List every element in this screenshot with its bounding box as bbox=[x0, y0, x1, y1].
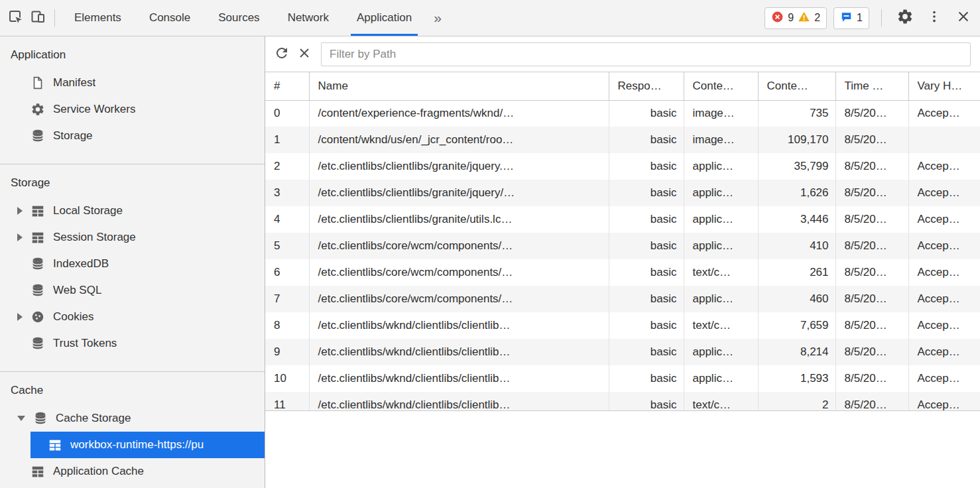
close-icon bbox=[956, 9, 971, 27]
cache-entries-table: # Name Respo… Conte… Conte… Time … Vary … bbox=[265, 72, 980, 410]
table-row[interactable]: 6 /etc.clientlibs/core/wcm/components/… … bbox=[265, 259, 980, 286]
cell-content-type: text/c… bbox=[684, 312, 758, 339]
cell-response-type: basic bbox=[609, 286, 684, 312]
kebab-menu-icon bbox=[927, 9, 942, 27]
table-row[interactable]: 10 /etc.clientlibs/wknd/clientlibs/clien… bbox=[265, 365, 980, 392]
cell-number: 4 bbox=[265, 206, 309, 233]
cell-vary-header: Accep… bbox=[908, 339, 980, 365]
cell-content-type: applic… bbox=[684, 180, 758, 206]
cell-content-type: image… bbox=[684, 127, 758, 153]
sidebar-item-indexeddb[interactable]: IndexedDB bbox=[0, 251, 265, 277]
cell-content-type: applic… bbox=[684, 286, 758, 312]
kebab-menu-button[interactable] bbox=[923, 7, 946, 29]
column-header-content-length[interactable]: Conte… bbox=[758, 72, 835, 100]
cell-name: /etc.clientlibs/clientlibs/granite/jquer… bbox=[309, 180, 609, 206]
sidebar-item-cache-storage[interactable]: Cache Storage bbox=[0, 405, 265, 432]
issues-badge[interactable]: 1 bbox=[833, 7, 869, 29]
filter-by-path-input[interactable] bbox=[321, 42, 971, 66]
sidebar-item-label: Storage bbox=[53, 129, 93, 143]
cell-number: 5 bbox=[265, 233, 309, 259]
sidebar-item-application-cache[interactable]: Application Cache bbox=[0, 458, 265, 485]
manifest-document-icon bbox=[31, 76, 45, 90]
column-header-name[interactable]: Name bbox=[309, 72, 609, 100]
sidebar-item-manifest[interactable]: Manifest bbox=[0, 70, 265, 96]
cell-time-cached: 8/5/20… bbox=[835, 180, 908, 206]
table-row[interactable]: 2 /etc.clientlibs/clientlibs/granite/jqu… bbox=[265, 153, 980, 180]
column-header-content-type[interactable]: Conte… bbox=[684, 72, 758, 100]
tab-elements[interactable]: Elements bbox=[60, 0, 135, 36]
column-header-time-cached[interactable]: Time … bbox=[835, 72, 908, 100]
cell-time-cached: 8/5/20… bbox=[835, 259, 908, 286]
settings-button[interactable] bbox=[894, 7, 916, 29]
table-row[interactable]: 5 /etc.clientlibs/core/wcm/components/… … bbox=[265, 233, 980, 259]
tab-sources[interactable]: Sources bbox=[204, 0, 273, 36]
column-header-number[interactable]: # bbox=[265, 72, 309, 100]
cell-number: 9 bbox=[265, 339, 309, 365]
table-row[interactable]: 3 /etc.clientlibs/clientlibs/granite/jqu… bbox=[265, 180, 980, 206]
cell-response-type: basic bbox=[609, 153, 684, 180]
inspect-element-button[interactable] bbox=[4, 7, 27, 29]
close-devtools-button[interactable] bbox=[952, 7, 975, 29]
tab-label: Application bbox=[357, 11, 412, 25]
cell-content-type: applic… bbox=[684, 339, 758, 365]
data-grid-icon bbox=[48, 438, 62, 452]
cell-name: /etc.clientlibs/core/wcm/components/… bbox=[309, 286, 609, 312]
chevron-down-icon[interactable] bbox=[17, 416, 25, 421]
sidebar-item-cookies[interactable]: Cookies bbox=[0, 304, 265, 330]
refresh-button[interactable] bbox=[271, 43, 293, 66]
sidebar-item-workbox-runtime-cache[interactable]: workbox-runtime-https://pu bbox=[31, 432, 265, 458]
column-header-vary-header[interactable]: Vary H… bbox=[908, 72, 980, 100]
cell-vary-header: Accep… bbox=[908, 312, 980, 339]
cell-name: /etc.clientlibs/wknd/clientlibs/clientli… bbox=[309, 392, 609, 410]
error-count: 9 bbox=[788, 13, 794, 23]
cell-number: 11 bbox=[265, 392, 309, 410]
toolbar-divider bbox=[54, 9, 55, 27]
cell-time-cached: 8/5/20… bbox=[835, 100, 908, 127]
warning-icon bbox=[798, 11, 810, 26]
cell-content-length: 410 bbox=[758, 233, 835, 259]
inspect-cursor-icon bbox=[7, 9, 23, 27]
device-toolbar-button[interactable] bbox=[27, 7, 49, 29]
gear-icon bbox=[896, 8, 914, 28]
sidebar-item-service-workers[interactable]: Service Workers bbox=[0, 96, 265, 123]
table-row[interactable]: 0 /content/experience-fragments/wknd/… b… bbox=[265, 100, 980, 127]
sidebar-item-local-storage[interactable]: Local Storage bbox=[0, 198, 265, 224]
cell-response-type: basic bbox=[609, 127, 684, 153]
cell-name: /etc.clientlibs/core/wcm/components/… bbox=[309, 233, 609, 259]
table-row[interactable]: 4 /etc.clientlibs/clientlibs/granite/uti… bbox=[265, 206, 980, 233]
table-row[interactable]: 11 /etc.clientlibs/wknd/clientlibs/clien… bbox=[265, 392, 980, 410]
table-row[interactable]: 1 /content/wknd/us/en/_jcr_content/roo… … bbox=[265, 127, 980, 153]
chevron-right-icon[interactable] bbox=[17, 233, 23, 241]
tab-network[interactable]: Network bbox=[274, 0, 343, 36]
cell-name: /etc.clientlibs/core/wcm/components/… bbox=[309, 259, 609, 286]
more-tabs-button[interactable]: » bbox=[426, 10, 450, 26]
tab-console[interactable]: Console bbox=[135, 0, 204, 36]
tab-application[interactable]: Application bbox=[343, 0, 426, 36]
sidebar-item-storage[interactable]: Storage bbox=[0, 123, 265, 149]
column-header-response-type[interactable]: Respo… bbox=[609, 72, 684, 100]
sidebar-item-session-storage[interactable]: Session Storage bbox=[0, 224, 265, 251]
cell-vary-header: Accep… bbox=[908, 392, 980, 410]
cell-content-length: 109,170 bbox=[758, 127, 835, 153]
cell-content-length: 261 bbox=[758, 259, 835, 286]
cell-content-type: applic… bbox=[684, 153, 758, 180]
chevron-right-icon[interactable] bbox=[17, 207, 23, 215]
table-row[interactable]: 9 /etc.clientlibs/wknd/clientlibs/client… bbox=[265, 339, 980, 365]
data-grid-icon bbox=[31, 204, 45, 218]
chevron-right-icon[interactable] bbox=[17, 313, 23, 321]
table-row[interactable]: 7 /etc.clientlibs/core/wcm/components/… … bbox=[265, 286, 980, 312]
sidebar-item-trust-tokens[interactable]: Trust Tokens bbox=[0, 330, 265, 357]
table-row[interactable]: 8 /etc.clientlibs/wknd/clientlibs/client… bbox=[265, 312, 980, 339]
refresh-icon bbox=[274, 45, 290, 64]
cell-content-length: 735 bbox=[758, 100, 835, 127]
cell-content-type: text/c… bbox=[684, 259, 758, 286]
delete-selected-button[interactable] bbox=[293, 43, 316, 66]
sidebar-item-label: IndexedDB bbox=[53, 257, 109, 271]
cell-time-cached: 8/5/20… bbox=[835, 339, 908, 365]
console-errors-warnings-badge[interactable]: 9 2 bbox=[765, 7, 827, 29]
cell-number: 0 bbox=[265, 100, 309, 127]
double-chevron-icon: » bbox=[434, 10, 442, 25]
cell-content-length: 35,799 bbox=[758, 153, 835, 180]
sidebar-item-web-sql[interactable]: Web SQL bbox=[0, 277, 265, 304]
cell-response-type: basic bbox=[609, 392, 684, 410]
